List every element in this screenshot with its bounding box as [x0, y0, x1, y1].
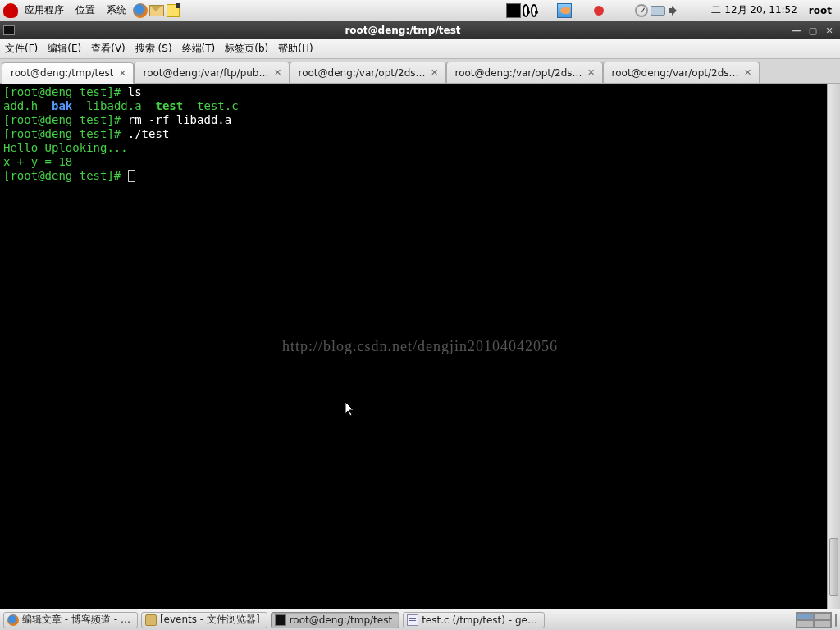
shell-prompt: [root@deng test]# — [3, 113, 121, 126]
maximize-button[interactable]: ▢ — [806, 24, 820, 37]
tab-4[interactable]: root@deng:/var/opt/2ds… ✕ — [603, 62, 760, 83]
distro-icon[interactable] — [3, 3, 18, 18]
menu-applications[interactable]: 应用程序 — [20, 2, 69, 19]
ls-file: test.c — [197, 99, 239, 112]
firefox-launcher-icon[interactable] — [133, 4, 148, 17]
tab-0[interactable]: root@deng:/tmp/test ✕ — [2, 62, 134, 84]
menubar: 文件(F) 编辑(E) 查看(V) 搜索 (S) 终端(T) 标签页(b) 帮助… — [0, 39, 840, 59]
ls-exec: test — [155, 99, 183, 112]
shell-command: ls — [128, 85, 142, 98]
tab-label: root@deng:/var/ftp/pub… — [143, 67, 268, 79]
task-label: test.c (/tmp/test) - ge… — [422, 614, 537, 626]
menu-terminal[interactable]: 终端(T) — [182, 42, 216, 56]
tab-close-icon[interactable]: ✕ — [586, 67, 597, 79]
task-gedit[interactable]: test.c (/tmp/test) - ge… — [403, 612, 545, 628]
gnome-bottom-panel: 编辑文章 - 博客频道 - … [events - 文件浏览器] root@de… — [0, 609, 840, 630]
task-filebrowser[interactable]: [events - 文件浏览器] — [141, 612, 267, 628]
user-menu[interactable]: root — [804, 5, 837, 16]
program-output: Hello Uplooking... — [3, 141, 837, 155]
window-title: root@deng:/tmp/test — [18, 25, 788, 36]
tab-label: root@deng:/var/opt/2ds… — [455, 67, 582, 79]
trash-icon[interactable] — [835, 614, 837, 626]
menu-system[interactable]: 系统 — [102, 2, 131, 19]
tab-bar: root@deng:/tmp/test ✕ root@deng:/var/ftp… — [0, 59, 840, 84]
menu-help[interactable]: 帮助(H) — [278, 42, 313, 56]
record-indicator-icon[interactable] — [591, 4, 606, 17]
shell-command: ./test — [128, 127, 170, 140]
task-firefox[interactable]: 编辑文章 - 博客频道 - … — [3, 612, 138, 628]
mail-launcher-icon[interactable] — [149, 4, 164, 17]
terminal-viewport[interactable]: [root@deng test]# ls add.h bak libadd.a … — [0, 84, 840, 609]
tab-label: root@deng:/tmp/test — [11, 67, 113, 79]
disk-icon[interactable] — [651, 4, 665, 17]
clock[interactable]: 二 12月 20, 11:52 — [706, 3, 801, 17]
ls-dir: bak — [52, 99, 72, 112]
eyes-applet-icon[interactable] — [523, 4, 537, 17]
terminal-scrollbar[interactable] — [827, 84, 840, 609]
menu-places[interactable]: 位置 — [71, 2, 100, 19]
tv-applet-icon[interactable] — [506, 4, 521, 17]
task-terminal[interactable]: root@deng:/tmp/test — [271, 612, 399, 628]
terminal-app-icon — [3, 25, 15, 35]
gnome-top-panel: 应用程序 位置 系统 二 12月 20, 11:52 root — [0, 0, 840, 21]
menu-tabs[interactable]: 标签页(b) — [225, 42, 268, 56]
tab-label: root@deng:/var/opt/2ds… — [612, 67, 739, 79]
mouse-cursor-icon — [345, 402, 355, 417]
program-output: x + y = 18 — [3, 155, 837, 169]
task-label: root@deng:/tmp/test — [290, 614, 392, 626]
fish-applet-icon[interactable] — [557, 4, 572, 17]
scrollbar-thumb[interactable] — [829, 538, 838, 596]
folder-icon — [145, 614, 157, 626]
tab-1[interactable]: root@deng:/var/ftp/pub… ✕ — [134, 62, 289, 83]
shell-prompt: [root@deng test]# — [3, 127, 121, 140]
tab-label: root@deng:/var/opt/2ds… — [299, 67, 426, 79]
firefox-icon — [7, 614, 19, 626]
shell-prompt: [root@deng test]# — [3, 85, 121, 98]
menu-edit[interactable]: 编辑(E) — [48, 42, 81, 56]
tab-3[interactable]: root@deng:/var/opt/2ds… ✕ — [446, 62, 603, 83]
cpu-meter-icon[interactable] — [634, 4, 649, 17]
tab-close-icon[interactable]: ✕ — [116, 67, 128, 79]
tab-close-icon[interactable]: ✕ — [742, 67, 754, 79]
shell-prompt: [root@deng test]# — [3, 169, 121, 182]
terminal-icon — [275, 614, 286, 626]
ls-file: libadd.a — [86, 99, 141, 112]
window-titlebar[interactable]: root@deng:/tmp/test — ▢ ✕ — [0, 21, 840, 39]
shell-command: rm -rf libadd.a — [128, 113, 231, 126]
close-button[interactable]: ✕ — [822, 24, 837, 37]
tab-2[interactable]: root@deng:/var/opt/2ds… ✕ — [290, 62, 446, 83]
menu-file[interactable]: 文件(F) — [5, 42, 38, 56]
ls-file: add.h — [3, 99, 38, 112]
task-label: [events - 文件浏览器] — [160, 613, 260, 627]
tab-close-icon[interactable]: ✕ — [429, 67, 441, 79]
volume-icon[interactable] — [667, 4, 682, 17]
menu-search[interactable]: 搜索 (S) — [135, 42, 172, 56]
terminal-cursor — [128, 170, 135, 182]
terminal-window: root@deng:/tmp/test — ▢ ✕ 文件(F) 编辑(E) 查看… — [0, 21, 840, 609]
task-label: 编辑文章 - 博客频道 - … — [22, 613, 130, 627]
watermark-text: http://blog.csdn.net/dengjin20104042056 — [282, 340, 558, 354]
notes-launcher-icon[interactable] — [166, 4, 180, 17]
tab-close-icon[interactable]: ✕ — [272, 67, 284, 79]
gedit-icon — [407, 614, 418, 626]
workspace-switcher[interactable] — [796, 612, 832, 628]
menu-view[interactable]: 查看(V) — [91, 42, 126, 56]
minimize-button[interactable]: — — [789, 24, 804, 37]
